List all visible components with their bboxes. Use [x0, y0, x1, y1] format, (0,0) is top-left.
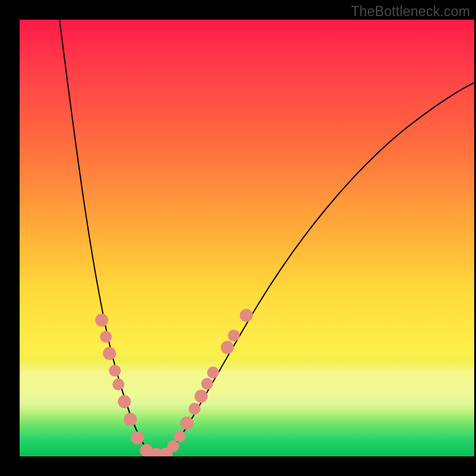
watermark-text: TheBottleneck.com — [351, 4, 470, 20]
data-dot — [228, 330, 240, 342]
dots-right-group — [167, 309, 253, 452]
chart-svg — [20, 20, 474, 456]
right-curve — [158, 83, 474, 455]
data-dot — [95, 314, 108, 327]
data-dot — [124, 413, 137, 426]
data-dot — [180, 416, 193, 430]
data-dot — [174, 430, 186, 442]
data-dot — [207, 367, 219, 378]
data-dot — [189, 403, 201, 415]
data-dot — [131, 431, 144, 444]
data-dot — [118, 395, 131, 408]
left-curve — [60, 20, 158, 455]
data-dot — [201, 378, 213, 390]
data-dot — [195, 390, 208, 403]
data-dot — [221, 341, 234, 354]
data-dot — [100, 331, 112, 343]
data-dot — [112, 378, 124, 390]
dots-left-group — [95, 314, 153, 456]
data-dot — [159, 447, 173, 456]
data-dot — [240, 309, 253, 322]
data-dot — [167, 440, 179, 452]
data-dot — [103, 347, 116, 360]
data-dot — [150, 448, 163, 456]
plot-area — [20, 20, 474, 456]
data-dot — [109, 365, 121, 377]
data-dot — [140, 444, 153, 456]
chart-frame: TheBottleneck.com — [0, 0, 476, 476]
dots-bottom-group — [150, 447, 173, 456]
